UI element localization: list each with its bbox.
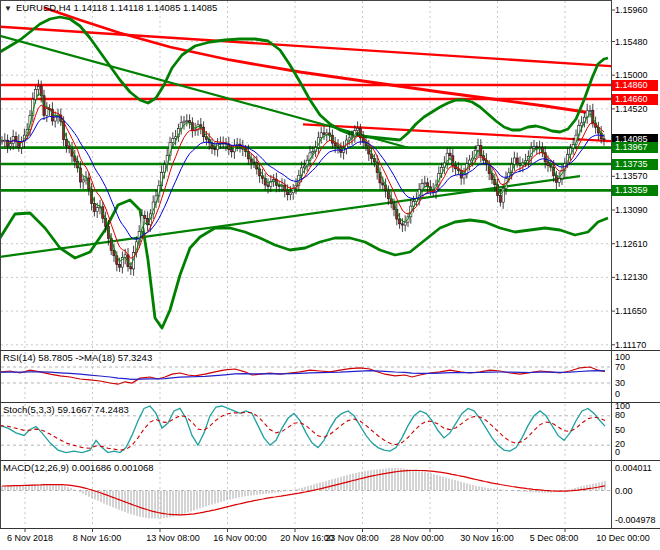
- stoch-signal-line: [0, 412, 605, 450]
- macd-panel-label: MACD(12,26,9) 0.001686 0.001068: [3, 462, 154, 473]
- time-axis-label: 23 Nov 08:00: [325, 533, 379, 543]
- candle-body: [477, 145, 479, 150]
- price-badge: 1.14660: [612, 94, 658, 105]
- candle-body: [323, 133, 325, 135]
- rsi-panel-label: RSI(14) 58.7805 ->MA(18) 57.3243: [3, 352, 152, 363]
- price-axis-label: 1.15960: [615, 5, 648, 15]
- price-axis-label: 1.13570: [615, 171, 648, 181]
- stoch-scale-label: 50: [615, 425, 625, 435]
- lower-band-line: [0, 200, 608, 328]
- stoch-panel-label: Stoch(5,3,3) 59.1667 74.2483: [3, 404, 129, 415]
- rsi-scale-label: 70: [615, 362, 625, 372]
- candle-body: [401, 224, 403, 225]
- candle-body: [382, 183, 384, 185]
- candle-body: [68, 146, 70, 149]
- macd-scale-label: -0.004978: [615, 515, 656, 525]
- candle-body: [65, 140, 67, 146]
- candle-body: [320, 133, 322, 138]
- time-axis-label: 28 Nov 00:00: [390, 533, 444, 543]
- candle-body: [516, 158, 518, 163]
- candle-body: [144, 216, 146, 219]
- price-axis-label: 1.11650: [615, 306, 647, 316]
- time-axis-label: 13 Nov 08:00: [146, 533, 200, 543]
- rsi-scale-label: 30: [615, 378, 625, 388]
- thin-ma-red: [8, 105, 604, 258]
- upper-band-line: [0, 17, 608, 140]
- candle-body: [449, 153, 451, 156]
- candle-body: [399, 219, 401, 224]
- candle-body: [289, 193, 291, 195]
- candle-body: [589, 110, 591, 111]
- time-axis-label: 16 Nov 00:00: [213, 533, 267, 543]
- price-axis-label: 1.13090: [615, 205, 648, 215]
- time-axis-label: 6 Nov 2018: [7, 533, 53, 543]
- candle-body: [130, 267, 132, 269]
- candle-body: [183, 121, 185, 123]
- candle-body: [93, 204, 95, 212]
- candle-body: [37, 87, 39, 90]
- candle-body: [536, 147, 538, 148]
- candle-body: [175, 137, 177, 139]
- candle-body: [303, 166, 305, 168]
- candle-body: [119, 264, 121, 267]
- price-axis-label: 1.12610: [615, 239, 648, 249]
- time-axis-label: 8 Nov 16:00: [73, 533, 122, 543]
- rsi-scale-label: 100: [615, 352, 630, 362]
- candle-body: [96, 207, 98, 211]
- price-badge: 1.13359: [612, 185, 658, 196]
- candle-body: [424, 183, 426, 184]
- candle-body: [278, 185, 280, 186]
- price-axis-label: 1.15480: [615, 37, 648, 47]
- chart-title: EURUSD,H4 1.14118 1.14118 1.14085 1.1408…: [16, 2, 217, 13]
- candle-body: [533, 147, 535, 148]
- candle-body: [603, 139, 605, 140]
- candle-body: [558, 178, 560, 182]
- candle-body: [357, 128, 359, 130]
- time-axis-label: 5 Dec 08:00: [530, 533, 579, 543]
- price-badge: 1.14860: [612, 80, 658, 91]
- symbol-dropdown-icon[interactable]: ▼: [4, 3, 12, 14]
- price-badge: 1.13967: [612, 142, 658, 153]
- trading-chart-window: ▼ EURUSD,H4 1.14118 1.14118 1.14085 1.14…: [0, 0, 660, 550]
- candle-body: [1, 140, 3, 141]
- price-axis-label: 1.12130: [615, 272, 648, 282]
- candle-body: [172, 138, 174, 142]
- candle-body: [581, 123, 583, 126]
- candle-body: [4, 140, 6, 141]
- candle-body: [54, 117, 56, 121]
- candle-body: [312, 152, 314, 153]
- candle-body: [82, 180, 84, 182]
- candle-body: [348, 138, 350, 140]
- candle-body: [404, 222, 406, 225]
- time-axis-label: 30 Nov 16:00: [460, 533, 514, 543]
- price-axis-label: 1.11170: [615, 340, 646, 350]
- candle-body: [214, 149, 216, 150]
- candle-body: [499, 195, 501, 202]
- price-badge: 1.13735: [612, 159, 658, 170]
- stoch-scale-label: 80: [615, 410, 625, 420]
- candle-body: [267, 185, 269, 187]
- rsi-scale-label: 0: [615, 389, 620, 399]
- time-axis-label: 10 Dec 00:00: [596, 533, 650, 543]
- candle-body: [513, 158, 515, 164]
- macd-scale-label: 0.00: [615, 486, 633, 496]
- macd-scale-label: 0.004011: [615, 463, 652, 473]
- candle-body: [46, 109, 48, 116]
- stoch-scale-label: 0: [615, 447, 620, 457]
- price-axis-label: 1.14520: [615, 104, 648, 114]
- candle-body: [186, 121, 188, 122]
- candle-body: [231, 150, 233, 152]
